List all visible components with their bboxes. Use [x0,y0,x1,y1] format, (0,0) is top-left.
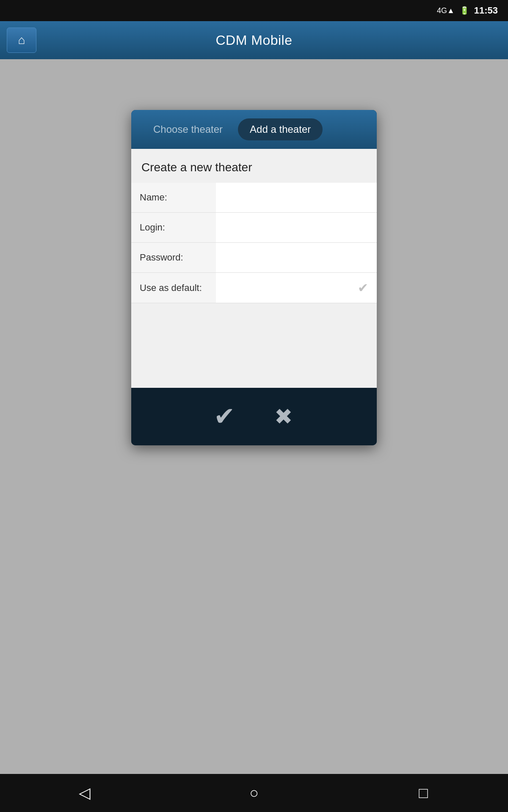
password-label: Password: [131,243,216,273]
confirm-icon: ✔ [214,404,235,429]
default-label: Use as default: [131,273,216,303]
default-checkbox-cell[interactable]: ✔ [216,273,377,303]
cancel-button[interactable]: ✖ [267,400,301,433]
tab-add-theater[interactable]: Add a theater [238,118,323,140]
signal-icon: 4G▲ [437,6,455,15]
dialog-spacer [131,303,377,388]
table-row: Name: [131,183,377,213]
name-input-cell [216,183,377,213]
table-row: Password: [131,243,377,273]
dialog-footer: ✔ ✖ [131,388,377,445]
nav-recents-button[interactable] [411,780,436,806]
name-input[interactable] [224,190,368,205]
home-icon: ⌂ [18,33,25,47]
home-button[interactable]: ⌂ [7,27,36,53]
clock: 11:53 [474,5,498,16]
nav-bar [0,774,508,812]
password-input[interactable] [224,250,368,265]
default-checkmark-icon: ✔ [358,281,368,295]
login-label: Login: [131,213,216,243]
table-row: Use as default: ✔ [131,273,377,303]
confirm-button[interactable]: ✔ [207,400,241,433]
tab-choose-theater[interactable]: Choose theater [141,118,235,140]
app-toolbar: ⌂ CDM Mobile [0,21,508,59]
name-label: Name: [131,183,216,213]
login-input[interactable] [224,220,368,235]
login-input-cell [216,213,377,243]
nav-home-button[interactable] [241,780,267,806]
nav-back-button[interactable] [72,780,97,806]
dialog: Choose theater Add a theater Create a ne… [131,110,377,445]
cancel-icon: ✖ [274,406,293,428]
password-input-cell [216,243,377,273]
dialog-header: Choose theater Add a theater [131,110,377,149]
form-table: Name: Login: Password: [131,183,377,303]
dialog-body: Create a new theater Name: Login: Passwo… [131,149,377,388]
app-title: CDM Mobile [36,33,472,48]
status-bar: 4G▲ 🔋 11:53 [0,0,508,21]
form-title: Create a new theater [131,149,377,183]
main-content: Choose theater Add a theater Create a ne… [0,59,508,774]
table-row: Login: [131,213,377,243]
battery-icon: 🔋 [460,6,469,15]
